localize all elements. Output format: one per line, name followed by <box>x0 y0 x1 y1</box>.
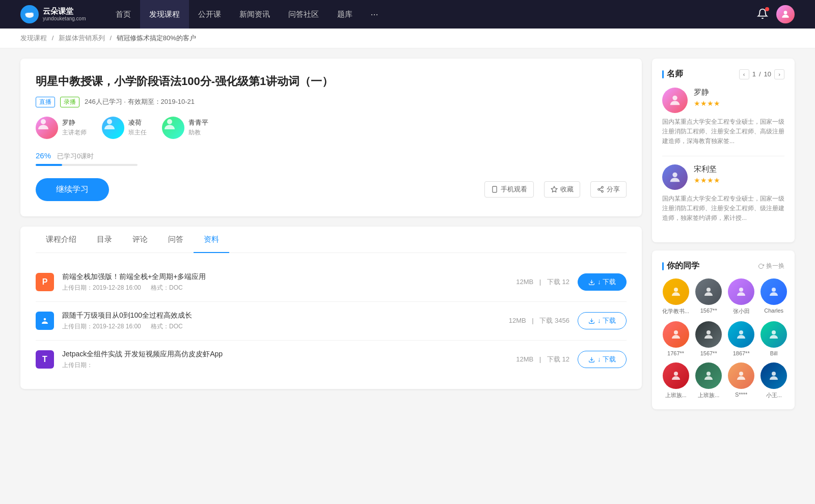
svg-point-25 <box>674 330 678 334</box>
content-area: 明星中教授课，小学阶段语法100分-强化级第1讲动词（一） 直播 录播 246人… <box>20 59 642 417</box>
breadcrumb-link-0[interactable]: 发现课程 <box>20 34 47 42</box>
classmate-7[interactable]: Bill <box>760 321 787 356</box>
progress-label: 26% <box>36 151 51 160</box>
classmate-8[interactable]: 上班族... <box>662 362 689 399</box>
resource-meta-1: 上传日期：2019-12-28 16:00 格式：DOC <box>62 322 501 331</box>
nav-right <box>757 5 795 23</box>
teachers-row: 罗静 主讲老师 凌荷 班主任 <box>36 117 627 139</box>
classmate-6[interactable]: 1867** <box>728 321 754 356</box>
classmate-avatar-11 <box>760 362 787 389</box>
classmates-grid: 化学教书... 1567** 张小田 <box>662 278 784 399</box>
nav-open[interactable]: 公开课 <box>189 0 230 29</box>
nav-home[interactable]: 首页 <box>106 0 140 29</box>
svg-point-20 <box>672 172 677 177</box>
classmate-3[interactable]: Charles <box>760 278 787 315</box>
svg-point-32 <box>772 372 776 376</box>
tab-review[interactable]: 评论 <box>122 227 158 253</box>
classmate-0[interactable]: 化学教书... <box>662 278 689 315</box>
nav-items: 首页 发现课程 公开课 新闻资讯 问答社区 题库 ··· <box>106 0 388 29</box>
teacher-1: 凌荷 班主任 <box>102 117 147 139</box>
classmate-4[interactable]: 1767** <box>662 321 689 356</box>
teacher-name-0: 罗静 <box>62 118 87 127</box>
teacher-2: 青青平 助教 <box>162 117 208 139</box>
collect-button[interactable]: 收藏 <box>544 181 580 198</box>
resource-stats-0: 12MB | 下载 12 <box>516 277 569 287</box>
teacher-avatar-0 <box>36 117 58 139</box>
tabs-nav: 课程介绍 目录 评论 问答 资料 <box>36 227 627 253</box>
logo[interactable]: 云朵课堂 yundouketang.com <box>20 5 86 23</box>
classmate-5[interactable]: 1567** <box>695 321 722 356</box>
main-layout: 明星中教授课，小学阶段语法100分-强化级第1讲动词（一） 直播 录播 246人… <box>0 48 815 428</box>
classmate-avatar-7 <box>760 321 787 348</box>
phone-icon <box>491 186 498 193</box>
resource-title-2: Jetpack全组件实战 开发短视频应用高仿皮皮虾App <box>62 350 508 359</box>
resource-item-1: 跟随千万级项目从0到100全过程高效成长 上传日期：2019-12-28 16:… <box>36 302 627 341</box>
svg-point-29 <box>674 372 678 376</box>
refresh-classmates-button[interactable]: 换一换 <box>758 262 784 270</box>
svg-point-2 <box>30 13 34 15</box>
classmate-avatar-10 <box>728 362 754 389</box>
tab-intro[interactable]: 课程介绍 <box>36 227 87 253</box>
svg-point-12 <box>602 191 604 193</box>
teacher-name-2: 青青平 <box>188 118 208 127</box>
svg-point-23 <box>739 288 743 292</box>
classmate-9[interactable]: 上班族... <box>695 362 722 399</box>
classmate-name-3: Charles <box>764 307 783 314</box>
svg-point-11 <box>598 189 600 191</box>
tag-live: 直播 <box>36 97 55 107</box>
progress-bar-bg <box>36 164 138 166</box>
resource-stats-1: 12MB | 下载 3456 <box>509 316 569 325</box>
nav-discover[interactable]: 发现课程 <box>140 0 189 29</box>
course-meta-text: 246人已学习 · 有效期至：2019-10-21 <box>85 97 195 106</box>
breadcrumb-current: 销冠修炼术搞定80%的客户 <box>117 34 196 42</box>
teacher-card-desc-1: 国内某重点大学安全工程专业硕士，国家一级注册消防工程师、注册安全工程师、级注册建… <box>662 194 784 223</box>
classmate-2[interactable]: 张小田 <box>728 278 754 315</box>
notification-bell[interactable] <box>757 8 768 21</box>
teacher-card-0: 罗静 ★★★★ 国内某重点大学安全工程专业硕士，国家一级注册消防工程师、注册安全… <box>662 88 784 147</box>
tab-qa[interactable]: 问答 <box>158 227 194 253</box>
classmate-1[interactable]: 1567** <box>695 278 722 315</box>
classmate-name-6: 1867** <box>733 350 750 356</box>
tab-catalog[interactable]: 目录 <box>87 227 122 253</box>
download-button-2[interactable]: ↓ 下载 <box>578 351 627 368</box>
nav-quiz[interactable]: 题库 <box>328 0 362 29</box>
tab-content-resources: P 前端全栈加强版！前端全栈+全周期+多端应用 上传日期：2019-12-28 … <box>36 253 627 389</box>
resource-info-0: 前端全栈加强版！前端全栈+全周期+多端应用 上传日期：2019-12-28 16… <box>62 272 508 292</box>
resource-icon-1 <box>36 312 54 330</box>
tab-resources[interactable]: 资料 <box>194 227 229 253</box>
svg-point-26 <box>707 330 711 334</box>
classmate-avatar-2 <box>728 278 754 305</box>
nav-more[interactable]: ··· <box>362 0 388 29</box>
download-button-0[interactable]: ↓ 下载 <box>578 273 627 291</box>
svg-point-16 <box>44 318 46 321</box>
download-icon-1 <box>588 318 595 324</box>
teacher-panel: 名师 ‹ 1 / 10 › 罗静 ★★★★ <box>652 59 795 242</box>
logo-icon <box>20 5 39 23</box>
tabs-container: 课程介绍 目录 评论 问答 资料 P 前端全栈加强版！前端全栈+全周期+多端应用… <box>20 227 642 389</box>
svg-point-27 <box>739 330 743 334</box>
nav-news[interactable]: 新闻资讯 <box>230 0 279 29</box>
next-teacher-button[interactable]: › <box>774 69 784 79</box>
svg-marker-9 <box>551 186 557 192</box>
nav-qa[interactable]: 问答社区 <box>279 0 328 29</box>
svg-point-5 <box>107 119 112 124</box>
svg-point-24 <box>772 288 776 292</box>
download-button-1[interactable]: ↓ 下载 <box>578 312 627 329</box>
classmate-name-11: 小王... <box>766 391 782 399</box>
svg-point-21 <box>674 288 678 292</box>
sidebar: 名师 ‹ 1 / 10 › 罗静 ★★★★ <box>652 59 795 417</box>
notification-dot <box>765 7 769 11</box>
svg-line-14 <box>600 188 602 189</box>
classmate-avatar-5 <box>695 321 722 348</box>
classmate-10[interactable]: S**** <box>728 362 754 399</box>
breadcrumb-link-1[interactable]: 新媒体营销系列 <box>59 34 105 42</box>
prev-teacher-button[interactable]: ‹ <box>739 69 749 79</box>
classmates-header: 你的同学 换一换 <box>662 261 784 271</box>
user-avatar[interactable] <box>776 5 795 23</box>
classmate-11[interactable]: 小王... <box>760 362 787 399</box>
phone-watch-button[interactable]: 手机观看 <box>484 181 534 198</box>
share-button[interactable]: 分享 <box>590 181 627 198</box>
continue-study-button[interactable]: 继续学习 <box>36 178 109 201</box>
teacher-page-total: 10 <box>764 70 771 78</box>
svg-point-28 <box>772 330 776 334</box>
